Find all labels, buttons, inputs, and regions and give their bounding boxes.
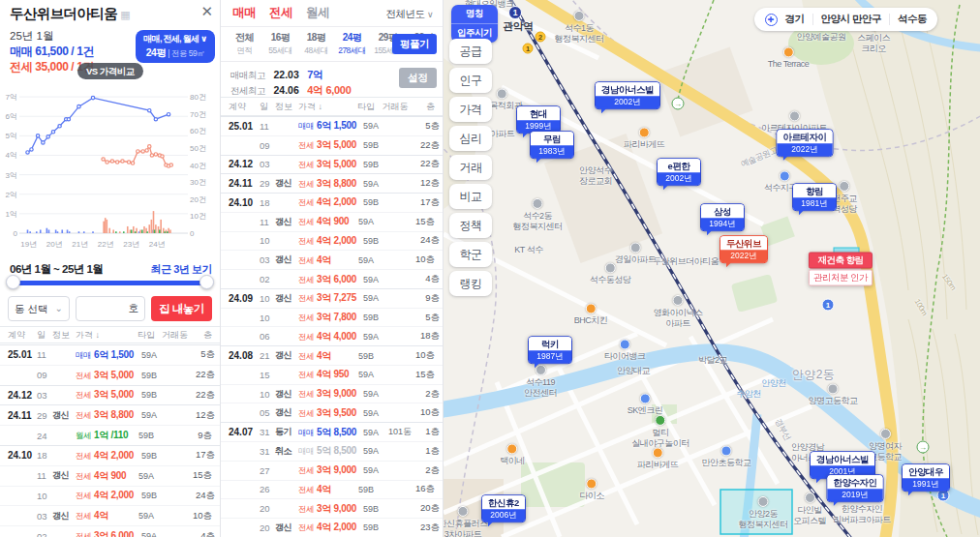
price-amount: 3억 7,800 — [317, 311, 356, 324]
map-canvas[interactable]: 명칭 입주시기 ✚ 경기안양시 만안구석수동 공급인구가격심리거래비교정책학군랭… — [444, 0, 980, 537]
cell-day: 03 — [37, 511, 52, 522]
poi-orange-icon — [653, 447, 663, 458]
ho-suffix: 호 — [129, 302, 139, 315]
trail-badge: → — [917, 441, 930, 454]
cell-price: 전세3억 6,000 — [298, 273, 356, 286]
column-header: 계약 — [8, 329, 37, 342]
apt-marker[interactable]: 두산위브2022년 — [720, 235, 768, 263]
map-place-label: 안양2동행정복지센터 — [739, 496, 788, 529]
redevelopment-badge[interactable]: 재건축 향림관리처분 인가 — [809, 253, 873, 286]
price-type: 매매 — [298, 446, 314, 458]
list-my-home-button[interactable]: 집 내놓기 — [151, 296, 212, 321]
slider-handle-left[interactable] — [6, 275, 20, 289]
apt-marker[interactable]: 삼성1994년 — [700, 203, 745, 231]
apt-marker[interactable]: 아르테자이2022년 — [777, 129, 834, 157]
map-menu-정책[interactable]: 정책 — [449, 213, 492, 238]
map-menu-랭킹[interactable]: 랭킹 — [449, 271, 492, 296]
table-row: 10갱신전세3억 9,00059A2층 — [221, 384, 443, 403]
poi-gray-icon — [840, 181, 850, 192]
price-amount: 1억 /110 — [94, 429, 128, 442]
svg-text:21년: 21년 — [72, 240, 88, 249]
map-layer-toggle[interactable]: 명칭 입주시기 — [451, 5, 498, 43]
place-line: 안양대교 — [617, 366, 650, 375]
tab-매매[interactable]: 매매 — [232, 5, 256, 21]
pyeong-chip[interactable]: 18평48세대 — [298, 31, 334, 57]
cell-floor: 10층 — [410, 254, 435, 266]
poi-orange-icon — [587, 478, 597, 489]
pyeong-chip[interactable]: 전체면적 — [227, 31, 262, 57]
map-menu-심리[interactable]: 심리 — [449, 126, 492, 151]
map-menu-거래[interactable]: 거래 — [449, 155, 492, 180]
close-icon[interactable]: ✕ — [200, 2, 213, 21]
trade-type-filter-button[interactable]: 매매, 전세, 월세 ∨ 24평 | 전용 59㎡ — [136, 30, 215, 63]
table-row: 24.0821갱신전세4억59B10층 — [221, 345, 443, 365]
cell-floor: 24층 — [186, 490, 215, 502]
cell-info: 갱신 — [275, 216, 298, 228]
map-menu-가격[interactable]: 가격 — [449, 97, 492, 122]
cell-floor: 1층 — [414, 445, 440, 458]
apt-marker[interactable]: 안양대우1991년 — [902, 463, 950, 492]
jeonse-record-date: 24.06 — [273, 84, 298, 96]
slider-handle-right[interactable] — [199, 275, 214, 289]
place-line: 장로교회 — [579, 177, 612, 187]
map-menu-인구[interactable]: 인구 — [449, 68, 492, 93]
breadcrumb-item[interactable]: 안양시 만안구 — [821, 13, 881, 26]
map-menu-비교[interactable]: 비교 — [449, 184, 492, 209]
table-row: 25.0111매매6억 1,50059A5층 — [221, 116, 443, 135]
household-count: 55세대 — [262, 45, 298, 57]
breadcrumb-item[interactable]: 경기 — [785, 13, 805, 26]
tab-전세[interactable]: 전세 — [269, 5, 292, 21]
cell-type: 59A — [356, 428, 385, 437]
cell-floor: 20층 — [414, 502, 440, 515]
price-type: 전세 — [298, 293, 314, 305]
map-menu-학군[interactable]: 학군 — [449, 242, 492, 267]
cell-type: 59A — [134, 410, 165, 420]
apt-marker[interactable]: 한양수자인2019년 — [827, 474, 884, 502]
apt-marker[interactable]: 럭키1987년 — [528, 336, 572, 364]
price-amount: 3억 5,000 — [317, 138, 356, 152]
place-line: 멀티 — [653, 428, 669, 437]
column-header[interactable]: 가격 ↓ — [76, 329, 131, 342]
apt-marker[interactable]: 향림1981년 — [792, 183, 837, 211]
pyeong-label: 24평 — [334, 31, 370, 45]
cell-floor: 15층 — [183, 469, 212, 482]
cell-type: 59A — [131, 471, 162, 481]
place-line: 행정복지센터 — [739, 520, 788, 529]
apt-marker[interactable]: 한신휴22006년 — [481, 494, 526, 522]
subway-badge: 1 — [508, 6, 522, 19]
table-row: 02전세3억 6,00059A4층 — [221, 269, 443, 288]
apt-marker[interactable]: e편한2002년 — [657, 158, 701, 186]
breadcrumb-item[interactable]: 석수동 — [898, 13, 927, 26]
cell-price: 매매5억 8,500 — [298, 444, 356, 458]
cell-day: 11 — [37, 349, 52, 360]
apt-marker[interactable]: 현대1999년 — [516, 105, 561, 134]
pyeong-chip[interactable]: 24평278세대 — [334, 31, 370, 57]
settings-button[interactable]: 설정 — [399, 68, 437, 88]
ho-input[interactable] — [82, 303, 129, 314]
place-line: 석수동성당 — [590, 275, 631, 284]
household-count: 278세대 — [334, 45, 370, 57]
apt-marker[interactable]: 무림1983년 — [530, 131, 574, 159]
household-count: 48세대 — [298, 45, 334, 57]
pyeong-chip[interactable]: 16평55세대 — [262, 31, 298, 57]
column-header: 계약 — [229, 101, 260, 113]
layer-name-option[interactable]: 명칭 — [451, 5, 498, 23]
dong-select[interactable]: 동 선택⌄ — [8, 296, 70, 321]
tab-월세[interactable]: 월세 — [306, 5, 329, 21]
poi-gray-icon — [458, 506, 469, 517]
table-row: 26전세4억59B16층 — [221, 480, 443, 499]
pyeong-expand-button[interactable]: 평풀기 — [392, 34, 437, 54]
cell-day: 29 — [260, 178, 275, 189]
map-menu-공급[interactable]: 공급 — [449, 39, 492, 64]
table-row: 24.1129갱신전세3억 8,80059A12층 — [0, 404, 220, 425]
place-line: KT 석수 — [514, 245, 542, 254]
column-header[interactable]: 가격 ↓ — [298, 101, 352, 113]
price-type: 전세 — [298, 179, 314, 191]
cell-contract-month: 25.01 — [8, 349, 37, 360]
price-compare-button[interactable]: VS 가격비교 — [77, 63, 143, 79]
map-place-label: 멀티실내야구놀이터 — [631, 415, 689, 448]
price-type: 전세 — [298, 522, 314, 534]
year-filter[interactable]: 전체년도 ∨ — [385, 8, 433, 21]
table-row: 24.1203전세3억 5,00059B22층 — [221, 155, 443, 174]
apt-marker[interactable]: 경남아너스빌2002년 — [595, 81, 660, 109]
